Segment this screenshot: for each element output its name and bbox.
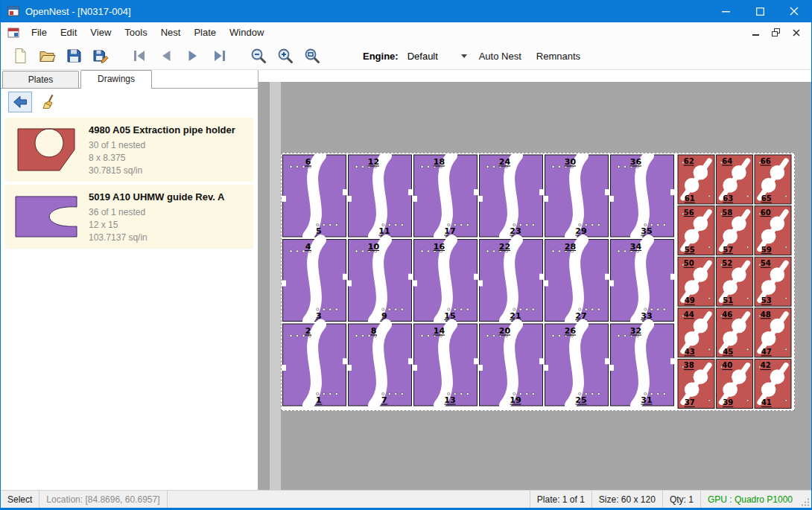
part-shape-purple [12, 190, 80, 243]
menu-item-view[interactable]: View [83, 23, 118, 42]
svg-text:50: 50 [684, 259, 694, 267]
menu-item-plate[interactable]: Plate [187, 23, 223, 42]
nested-part-pair-red[interactable]: 5049 [678, 257, 714, 306]
nest-svg: 6512111817242330293635431091615222128273… [282, 153, 794, 410]
canvas-left-gutter [270, 82, 281, 490]
zoom-in-button[interactable] [272, 44, 299, 68]
svg-text:31: 31 [641, 395, 652, 405]
maximize-icon [756, 7, 764, 16]
nested-part-pair-purple[interactable]: 1817 [413, 155, 478, 237]
menu-item-edit[interactable]: Edit [54, 23, 83, 42]
nested-part-pair-red[interactable]: 3837 [678, 359, 714, 408]
nested-part-pair-purple[interactable]: 3029 [545, 155, 609, 237]
svg-text:12: 12 [368, 157, 379, 167]
part-shape-red [12, 124, 80, 175]
nested-part-pair-red[interactable]: 5453 [755, 257, 791, 306]
drawing-item-uhmw-guide[interactable]: 5019 A10 UHMW guide Rev. A 36 of 1 neste… [5, 185, 253, 249]
svg-text:64: 64 [722, 157, 732, 165]
menu-item-nest[interactable]: Nest [154, 23, 188, 42]
nested-part-pair-red[interactable]: 4443 [678, 308, 714, 357]
zoom-fit-icon [303, 47, 321, 65]
nested-part-pair-purple[interactable]: 3433 [610, 240, 674, 322]
engine-label: Engine: [363, 51, 399, 62]
nested-part-pair-red[interactable]: 5251 [717, 257, 753, 306]
mdi-child-icon [7, 27, 19, 39]
svg-text:58: 58 [722, 208, 732, 217]
main-area: Plates Drawings [1, 70, 811, 490]
tab-drawings[interactable]: Drawings [80, 70, 152, 89]
drawing-meta: 5019 A10 UHMW guide Rev. A 36 of 1 neste… [89, 189, 224, 244]
nested-part-pair-purple[interactable]: 21 [282, 324, 346, 406]
nested-part-pair-red[interactable]: 4241 [755, 359, 791, 408]
nested-part-pair-purple[interactable]: 1413 [413, 324, 478, 406]
nested-part-pair-purple[interactable]: 2625 [545, 324, 609, 406]
menu-item-window[interactable]: Window [223, 23, 270, 42]
resize-grip-icon [801, 497, 810, 506]
svg-text:43: 43 [685, 348, 695, 356]
nested-part-pair-red[interactable]: 6059 [755, 206, 791, 255]
mdi-close-button[interactable] [787, 25, 805, 41]
status-size: Size: 60 x 120 [591, 491, 662, 508]
nav-first-button[interactable] [126, 44, 153, 68]
nested-part-pair-purple[interactable]: 2423 [479, 155, 543, 237]
nested-part-pair-purple[interactable]: 65 [282, 155, 346, 237]
mdi-restore-button[interactable] [767, 25, 785, 41]
nested-part-pair-purple[interactable]: 43 [282, 240, 346, 322]
save-as-button[interactable] [87, 44, 114, 68]
nested-part-pair-purple[interactable]: 1211 [348, 155, 412, 237]
titlebar: OpenNest - [N0317-004] [1, 0, 811, 22]
menu-item-file[interactable]: File [25, 23, 54, 42]
new-button[interactable] [7, 44, 34, 68]
svg-text:55: 55 [685, 246, 695, 254]
statusbar-spacer [168, 491, 530, 508]
nested-part-pair-red[interactable]: 4039 [717, 359, 753, 408]
nav-next-button[interactable] [180, 44, 206, 68]
clear-drawings-button[interactable] [38, 92, 62, 112]
nested-part-pair-red[interactable]: 6665 [755, 155, 791, 204]
drawing-meta: 4980 A05 Extraction pipe holder 30 of 1 … [89, 122, 235, 177]
auto-nest-button[interactable]: Auto Nest [472, 46, 529, 66]
svg-text:1: 1 [316, 395, 322, 405]
last-plate-icon [211, 47, 229, 65]
zoom-fit-button[interactable] [299, 44, 326, 68]
close-button[interactable] [777, 0, 811, 22]
import-drawing-button[interactable] [8, 92, 32, 112]
menu-item-tools[interactable]: Tools [118, 23, 153, 42]
svg-text:44: 44 [684, 310, 694, 319]
nested-part-pair-red[interactable]: 5857 [717, 206, 753, 255]
engine-select[interactable]: Default [403, 47, 472, 65]
drawing-item-extraction-pipe-holder[interactable]: 4980 A05 Extraction pipe holder 30 of 1 … [5, 118, 253, 182]
nested-part-pair-red[interactable]: 4847 [755, 308, 791, 357]
nested-part-pair-purple[interactable]: 3231 [610, 324, 674, 406]
nested-part-pair-red[interactable]: 4645 [717, 308, 753, 357]
maximize-button[interactable] [743, 0, 777, 22]
svg-text:14: 14 [434, 326, 445, 336]
nested-part-pair-purple[interactable]: 1615 [413, 240, 478, 322]
svg-text:49: 49 [685, 296, 695, 305]
mdi-minimize-button[interactable] [746, 25, 765, 41]
nested-part-pair-purple[interactable]: 2019 [479, 324, 543, 406]
nested-part-pair-purple[interactable]: 2221 [479, 240, 543, 322]
nav-last-button[interactable] [206, 44, 233, 68]
nav-prev-button[interactable] [153, 44, 180, 68]
nested-part-pair-red[interactable]: 6261 [678, 155, 714, 204]
nest-canvas[interactable]: 6512111817242330293635431091615222128273… [258, 70, 811, 490]
remnants-button[interactable]: Remnants [529, 46, 588, 66]
nested-part-pair-red[interactable]: 6463 [717, 155, 753, 204]
plate[interactable]: 6512111817242330293635431091615222128273… [281, 153, 795, 411]
tab-plates[interactable]: Plates [2, 71, 79, 88]
svg-text:66: 66 [761, 157, 771, 165]
svg-text:53: 53 [761, 296, 772, 305]
minimize-button[interactable] [708, 0, 743, 22]
open-button[interactable] [34, 44, 60, 68]
resize-grip[interactable] [799, 491, 811, 508]
nested-part-pair-purple[interactable]: 3635 [610, 155, 674, 237]
svg-text:54: 54 [761, 259, 771, 267]
nested-part-pair-purple[interactable]: 109 [348, 240, 412, 322]
zoom-out-button[interactable] [245, 44, 272, 68]
save-button[interactable] [60, 44, 87, 68]
panel-tabs: Plates Drawings [1, 70, 258, 89]
nested-part-pair-purple[interactable]: 87 [348, 324, 412, 406]
nested-part-pair-purple[interactable]: 2827 [545, 240, 609, 322]
nested-part-pair-red[interactable]: 5655 [678, 206, 714, 255]
